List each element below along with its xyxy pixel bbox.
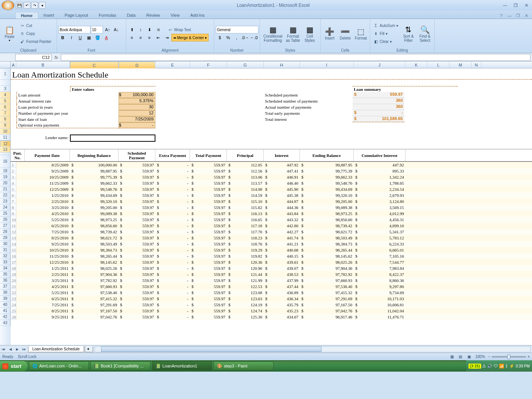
cell-styles-button[interactable]: ▦Cell Styles bbox=[302, 20, 318, 48]
row-header[interactable]: 31 bbox=[0, 247, 11, 253]
row-header[interactable]: 10 bbox=[0, 128, 11, 135]
fx-icon[interactable]: fx bbox=[53, 55, 59, 60]
row-header[interactable]: 39 bbox=[0, 296, 11, 302]
taskbar-item[interactable]: 🌐AimLoan.com - Onlin... bbox=[29, 361, 89, 370]
column-header-H[interactable]: H bbox=[264, 62, 300, 68]
sheet-nav-next-icon[interactable]: ▶ bbox=[14, 347, 21, 351]
table-row[interactable]: 247/25/2011$97,291.69$559.97$-$559.97$12… bbox=[11, 302, 532, 308]
table-row[interactable]: 138/25/2010$98,621.72$559.97$-$559.97$11… bbox=[11, 235, 532, 241]
table-row[interactable]: 94/25/2010$99,089.38$559.97$-$559.97$116… bbox=[11, 211, 532, 217]
tray-icon[interactable]: ⚡ bbox=[509, 364, 515, 369]
find-select-button[interactable]: 🔍Find & Select bbox=[417, 20, 433, 48]
column-header-I[interactable]: I bbox=[300, 62, 354, 68]
formula-input[interactable] bbox=[61, 54, 530, 61]
row-header[interactable]: 19 bbox=[0, 174, 11, 180]
tray-icon[interactable]: 📶 bbox=[499, 364, 504, 369]
worksheet-grid[interactable]: 1345678910111213161819202122232425262728… bbox=[0, 68, 532, 345]
column-header-J[interactable]: J bbox=[354, 62, 405, 68]
merge-center-button[interactable]: ⬌Merge & Center▾ bbox=[171, 34, 209, 41]
row-header[interactable]: 37 bbox=[0, 283, 11, 290]
row-header[interactable]: 21 bbox=[0, 186, 11, 192]
decrease-decimal-icon[interactable]: ←.0 bbox=[250, 34, 258, 41]
column-header-L[interactable]: L bbox=[428, 62, 450, 68]
table-row[interactable]: 1611/25/2010$98,265.44$559.97$-$559.97$1… bbox=[11, 253, 532, 259]
qat-customize-icon[interactable]: ▾ bbox=[39, 2, 46, 9]
table-row[interactable]: 105/25/2010$98,973.25$559.97$-$559.97$11… bbox=[11, 217, 532, 223]
italic-button[interactable]: I bbox=[67, 34, 76, 41]
tray-icon[interactable]: ᛒ bbox=[505, 364, 508, 368]
clear-button[interactable]: ◧Clear▾ bbox=[372, 38, 400, 46]
ribbon-tab-formulas[interactable]: Formulas bbox=[93, 12, 122, 19]
doc-minimize-icon[interactable]: — bbox=[506, 13, 513, 19]
table-row[interactable]: 203/25/2011$97,782.92$559.97$-$559.97$12… bbox=[11, 277, 532, 283]
autosum-button[interactable]: ΣAutoSum▾ bbox=[372, 22, 400, 30]
table-row[interactable]: 225/25/2011$97,538.40$559.97$-$559.97$12… bbox=[11, 290, 532, 296]
sheet-nav-last-icon[interactable]: ⏭ bbox=[21, 347, 27, 351]
restore-button[interactable]: ❐ bbox=[511, 3, 520, 8]
row-header[interactable]: 3 bbox=[0, 86, 11, 92]
table-row[interactable]: 192/25/2011$97,904.36$559.97$-$559.97$12… bbox=[11, 271, 532, 277]
ribbon-tab-data[interactable]: Data bbox=[122, 12, 141, 19]
format-painter-button[interactable]: 🖌Format Painter bbox=[18, 38, 53, 46]
years-input[interactable]: 30 bbox=[119, 104, 155, 110]
ribbon-tab-view[interactable]: View bbox=[165, 12, 185, 19]
number-format-select[interactable] bbox=[216, 26, 258, 33]
increase-decimal-icon[interactable]: .0→ bbox=[241, 34, 249, 41]
page-break-view-icon[interactable]: ▣ bbox=[466, 355, 473, 359]
comma-icon[interactable]: , bbox=[233, 34, 241, 41]
zoom-level[interactable]: 100% bbox=[475, 355, 485, 359]
align-bottom-icon[interactable]: ⬇ bbox=[145, 26, 154, 33]
tray-icon[interactable]: 🛡 bbox=[494, 364, 498, 368]
row-header[interactable]: 34 bbox=[0, 265, 11, 271]
ribbon-tab-home[interactable]: Home bbox=[15, 12, 38, 19]
page-layout-view-icon[interactable]: ▤ bbox=[457, 355, 464, 359]
row-header[interactable]: 27 bbox=[0, 223, 11, 229]
table-row[interactable]: 127/25/2010$98,739.42$559.97$-$559.97$11… bbox=[11, 229, 532, 235]
ribbon-tab-review[interactable]: Review bbox=[141, 12, 165, 19]
office-button[interactable] bbox=[2, 0, 14, 10]
row-header[interactable] bbox=[0, 80, 11, 86]
row-header[interactable]: 30 bbox=[0, 241, 11, 247]
row-header[interactable]: 5 bbox=[0, 98, 11, 104]
bold-button[interactable]: B bbox=[59, 34, 67, 41]
ribbon-tab-insert[interactable]: Insert bbox=[38, 12, 60, 19]
table-row[interactable]: 258/25/2011$97,167.50$559.97$-$559.97$12… bbox=[11, 308, 532, 314]
table-row[interactable]: 72/25/2010$99,320.10$559.97$-$559.97$115… bbox=[11, 198, 532, 204]
row-header[interactable]: 36 bbox=[0, 277, 11, 283]
row-header[interactable]: 43 bbox=[0, 320, 11, 326]
wrap-text-button[interactable]: ↩Wrap Text bbox=[166, 26, 193, 33]
row-header[interactable]: 18 bbox=[0, 168, 11, 174]
copy-button[interactable]: ⎘Copy bbox=[18, 30, 53, 38]
column-header-F[interactable]: F bbox=[190, 62, 227, 68]
align-right-icon[interactable]: ≡ bbox=[145, 34, 154, 41]
delete-cells-button[interactable]: ➖Delete bbox=[338, 20, 353, 48]
row-header[interactable]: 33 bbox=[0, 259, 11, 265]
row-header[interactable]: 22 bbox=[0, 192, 11, 198]
name-box[interactable]: C12 bbox=[15, 54, 52, 61]
undo-icon[interactable]: ↶ bbox=[24, 2, 30, 9]
font-color-button[interactable]: A bbox=[102, 34, 111, 41]
conditional-formatting-button[interactable]: ▦Conditional Formatting bbox=[261, 20, 284, 48]
increase-indent-icon[interactable]: ⇥ bbox=[163, 34, 171, 41]
row-header[interactable]: 9 bbox=[0, 122, 11, 128]
insert-cells-button[interactable]: ➕Insert bbox=[322, 20, 337, 48]
underline-button[interactable]: U bbox=[76, 34, 84, 41]
row-header[interactable]: 35 bbox=[0, 271, 11, 277]
grow-font-icon[interactable]: A↑ bbox=[103, 26, 112, 33]
cut-button[interactable]: ✂Cut bbox=[18, 22, 53, 30]
row-header[interactable]: 26 bbox=[0, 217, 11, 223]
tray-icon[interactable]: ⚠ bbox=[482, 364, 486, 369]
align-left-icon[interactable]: ≡ bbox=[128, 34, 136, 41]
row-header[interactable]: 13 bbox=[0, 147, 11, 153]
doc-close-icon[interactable]: ✕ bbox=[523, 13, 530, 19]
tray-icon[interactable]: 🔊 bbox=[487, 364, 492, 369]
row-header[interactable]: 1 bbox=[0, 68, 11, 80]
start-input[interactable]: 7/25/2009 bbox=[119, 116, 155, 122]
minimize-button[interactable]: — bbox=[501, 3, 509, 8]
column-header-A[interactable]: A bbox=[11, 62, 16, 68]
taskbar-item[interactable]: 🎨step3 - Paint bbox=[214, 361, 274, 370]
row-header[interactable]: 11 bbox=[0, 135, 11, 141]
save-icon[interactable]: 💾 bbox=[16, 2, 23, 9]
column-header-C[interactable]: C bbox=[70, 62, 119, 69]
horizontal-scrollbar[interactable] bbox=[95, 346, 530, 352]
